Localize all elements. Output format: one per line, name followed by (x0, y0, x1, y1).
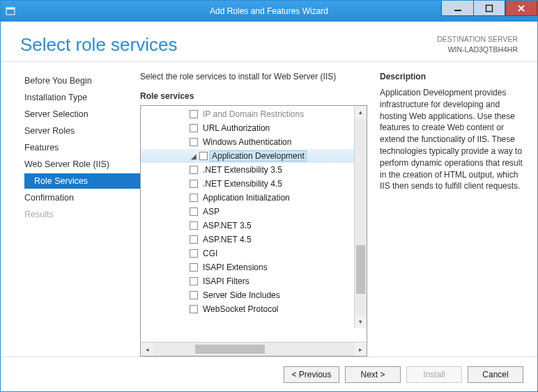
svg-rect-3 (486, 5, 493, 11)
checkbox[interactable] (190, 277, 198, 285)
checkbox[interactable] (190, 138, 198, 146)
tree-item-label: Application Development (210, 150, 307, 162)
tree-item-label: ISAPI Filters (202, 276, 250, 286)
tree-item-label: ASP.NET 4.5 (202, 235, 252, 244)
destination-value: WIN-LAD3QTBH4HR (437, 45, 518, 55)
tree-item-label: IP and Domain Restrictions (202, 109, 305, 119)
tree-item[interactable]: ASP (141, 205, 367, 219)
page-title: Select role services (20, 34, 177, 56)
close-button[interactable] (505, 1, 537, 16)
nav-item-features[interactable]: Features (20, 140, 140, 155)
checkbox[interactable] (190, 263, 198, 272)
tree-item-label: WebSocket Protocol (202, 304, 279, 314)
tree-item[interactable]: .NET Extensibility 3.5 (141, 163, 367, 177)
window-icon (1, 6, 20, 17)
tree-item[interactable]: CGI (141, 246, 367, 260)
checkbox[interactable] (190, 166, 198, 174)
tree-item[interactable]: ISAPI Filters (141, 274, 367, 288)
window-buttons (441, 1, 537, 22)
checkbox[interactable] (190, 180, 198, 188)
horizontal-scrollbar[interactable]: ◂ ▸ (141, 342, 367, 356)
tree-scroll-area: IP and Domain RestrictionsURL Authorizat… (141, 106, 367, 342)
collapse-icon[interactable]: ◢ (190, 152, 198, 160)
role-services-tree: IP and Domain RestrictionsURL Authorizat… (140, 105, 367, 356)
tree-item[interactable]: Windows Authentication (141, 135, 367, 149)
nav-item-before-you-begin[interactable]: Before You Begin (20, 73, 140, 88)
tree-item[interactable]: Server Side Includes (141, 288, 367, 302)
tree-item-label: CGI (202, 249, 218, 258)
tree-item-label: .NET Extensibility 3.5 (202, 165, 283, 175)
footer-buttons: < Previous Next > Install Cancel (1, 356, 537, 391)
nav-item-confirmation[interactable]: Confirmation (20, 190, 140, 205)
tree-item[interactable]: ASP.NET 4.5 (141, 233, 367, 246)
sidebar-nav: Before You BeginInstallation TypeServer … (1, 72, 140, 356)
hscroll-track[interactable] (153, 343, 354, 356)
body: Before You BeginInstallation TypeServer … (1, 62, 537, 356)
checkbox[interactable] (190, 221, 198, 230)
maximize-button[interactable] (473, 1, 505, 16)
checkbox[interactable] (190, 110, 198, 118)
nav-item-server-roles[interactable]: Server Roles (20, 123, 140, 139)
tree-item[interactable]: Application Initialization (141, 191, 367, 205)
checkbox[interactable] (190, 249, 198, 258)
checkbox[interactable] (190, 124, 198, 132)
destination-server-box: DESTINATION SERVER WIN-LAD3QTBH4HR (437, 34, 518, 54)
window-title: Add Roles and Features Wizard (210, 6, 328, 16)
minimize-button[interactable] (441, 1, 473, 16)
scroll-left-icon[interactable]: ◂ (141, 343, 153, 356)
scroll-down-icon[interactable]: ▾ (355, 315, 367, 328)
next-button[interactable]: Next > (345, 366, 401, 383)
nav-item-server-selection[interactable]: Server Selection (20, 107, 140, 122)
cancel-button[interactable]: Cancel (468, 366, 523, 383)
checkbox[interactable] (190, 235, 198, 244)
description-label: Description (380, 72, 525, 81)
description-column: Description Application Development prov… (380, 72, 525, 356)
scroll-right-icon[interactable]: ▸ (354, 343, 367, 356)
vertical-scrollbar[interactable]: ▴ ▾ (354, 106, 367, 328)
center-column: Select the role services to install for … (140, 72, 367, 356)
role-services-label: Role services (140, 91, 367, 101)
tree-item-label: URL Authorization (202, 123, 270, 133)
tree-item[interactable]: .NET Extensibility 4.5 (141, 177, 367, 191)
tree-item-label: ISAPI Extensions (202, 262, 268, 272)
svg-rect-1 (6, 8, 15, 10)
instruction-text: Select the role services to install for … (140, 72, 367, 81)
tree-item-label: Server Side Includes (202, 290, 281, 300)
nav-item-results: Results (20, 207, 140, 222)
tree-item[interactable]: IP and Domain Restrictions (141, 107, 367, 121)
scroll-up-icon[interactable]: ▴ (355, 106, 367, 118)
destination-label: DESTINATION SERVER (437, 34, 518, 45)
title-bar: Add Roles and Features Wizard (1, 1, 537, 22)
install-button[interactable]: Install (406, 366, 462, 383)
tree-item[interactable]: ASP.NET 3.5 (141, 219, 367, 233)
checkbox[interactable] (199, 152, 208, 160)
tree-item[interactable]: ISAPI Extensions (141, 260, 367, 274)
description-text: Application Development provides infrast… (380, 87, 525, 192)
tree-item[interactable]: ◢Application Development (141, 149, 367, 163)
svg-rect-2 (454, 10, 461, 11)
checkbox[interactable] (190, 305, 198, 313)
tree-item[interactable]: WebSocket Protocol (141, 302, 367, 316)
tree-item-label: ASP (202, 207, 220, 217)
checkbox[interactable] (190, 291, 198, 299)
nav-item-role-services[interactable]: Role Services (24, 173, 140, 189)
nav-item-web-server-role[interactable]: Web Server Role (IIS) (20, 157, 140, 172)
scroll-thumb[interactable] (356, 245, 365, 294)
tree-item[interactable]: URL Authorization (141, 121, 367, 135)
tree-item-label: Application Initialization (202, 193, 291, 203)
header: Select role services DESTINATION SERVER … (1, 22, 537, 62)
tree-item-label: ASP.NET 3.5 (202, 221, 252, 230)
wizard-window: Add Roles and Features Wizard Select rol… (0, 0, 538, 392)
previous-button[interactable]: < Previous (284, 366, 339, 383)
nav-item-installation-type[interactable]: Installation Type (20, 90, 140, 105)
tree-item-label: .NET Extensibility 4.5 (202, 179, 283, 189)
main-area: Select the role services to install for … (140, 72, 537, 356)
hscroll-thumb[interactable] (195, 345, 265, 354)
checkbox[interactable] (190, 207, 198, 216)
checkbox[interactable] (190, 194, 198, 202)
tree-item-label: Windows Authentication (202, 137, 292, 147)
